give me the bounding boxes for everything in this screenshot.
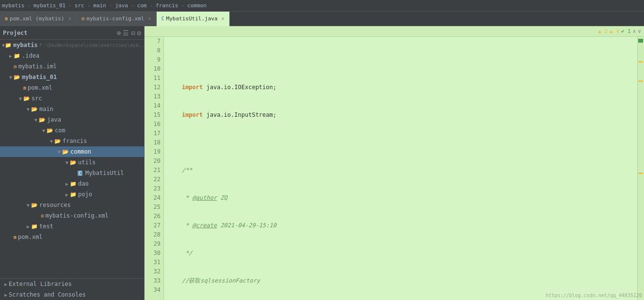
tree-root[interactable]: ▼ 📁 mybatis F:\DevWorkspace\code\exercis… xyxy=(0,40,144,50)
tree-pom-xml-01[interactable]: m pom.xml xyxy=(0,82,144,93)
nav-down-icon[interactable]: ∨ xyxy=(638,28,641,34)
xml-config-icon: ⚙ xyxy=(41,213,44,219)
tree-test[interactable]: ▶ 📁 test xyxy=(0,221,144,232)
sidebar-title: Project xyxy=(3,30,28,36)
gutter-warn2 xyxy=(638,80,643,82)
code-editor-area: ▲ 2 ▲ 4 ✔ 1 ∧ ∨ 7 8 9 10 11 12 13 14 15 … xyxy=(145,26,644,300)
breadcrumb-java[interactable]: java xyxy=(115,2,128,9)
editor-tabs: m pom.xml (mybatis) × ⚙ mybatis-config.x… xyxy=(0,12,644,26)
tree-pojo[interactable]: ▶ 📁 pojo xyxy=(0,189,144,200)
line-13: * @create 2021-04-29-15:10 xyxy=(168,221,633,230)
sidebar-tools: ⊕ ☰ ⊟ ⚙ xyxy=(117,29,141,37)
line-numbers: 7 8 9 10 11 12 13 14 15 16 17 18 19 20 2… xyxy=(145,37,164,300)
gutter-warn1 xyxy=(638,61,643,63)
sidebar-footer: ▶ External Libraries ▶ Scratches and Con… xyxy=(0,278,144,300)
line-11: /** xyxy=(168,166,633,175)
root-icon: 📁 xyxy=(5,42,12,48)
sidebar-tool-add[interactable]: ⊕ xyxy=(117,29,121,37)
tree-main[interactable]: ▼ 📂 main xyxy=(0,104,144,114)
utils-folder-icon: 📂 xyxy=(70,159,77,166)
gutter-warn3 xyxy=(638,173,643,174)
tree-resources[interactable]: ▼ 📂 resources xyxy=(0,200,144,210)
tree-dao[interactable]: ▶ 📁 dao xyxy=(0,178,144,189)
breadcrumb-src[interactable]: src xyxy=(75,2,84,9)
tree-common[interactable]: ▼ 📂 common xyxy=(0,146,144,157)
sidebar-tool-settings[interactable]: ⚙ xyxy=(137,29,141,37)
src-folder-icon: 📂 xyxy=(23,95,30,102)
main-layout: Project ⊕ ☰ ⊟ ⚙ ▼ 📁 mybatis F:\DevWorksp… xyxy=(0,26,644,300)
dao-folder-icon: 📁 xyxy=(70,181,77,187)
tree-mybatisutil[interactable]: C MybatisUtil xyxy=(0,168,144,178)
sidebar-header: Project ⊕ ☰ ⊟ ⚙ xyxy=(0,26,144,40)
breadcrumb-mybatis01[interactable]: mybatis_01 xyxy=(33,2,65,9)
tree-utils[interactable]: ▼ 📂 utils xyxy=(0,157,144,168)
tree-java[interactable]: ▼ 📂 java xyxy=(0,114,144,125)
warning-indicator: ▲ 2 xyxy=(598,28,608,34)
line-7 xyxy=(168,55,633,64)
code-editor[interactable]: 7 8 9 10 11 12 13 14 15 16 17 18 19 20 2… xyxy=(145,37,644,300)
common-folder-icon: 📂 xyxy=(62,149,69,155)
tab-mybatis-config[interactable]: ⚙ mybatis-config.xml × xyxy=(77,12,157,26)
line-12: * @author ZQ xyxy=(168,193,633,203)
tree-src[interactable]: ▼ 📂 src xyxy=(0,93,144,104)
breadcrumb-com[interactable]: com xyxy=(137,2,147,9)
line-9: import java.io.InputStream; xyxy=(168,111,633,120)
editor-indicators: ▲ 2 ▲ 4 ✔ 1 ∧ ∨ xyxy=(598,28,641,34)
tree-com[interactable]: ▼ 📂 com xyxy=(0,125,144,136)
breadcrumb-main[interactable]: main xyxy=(93,2,106,9)
tree-mybatis-iml[interactable]: m mybatis.iml xyxy=(0,61,144,72)
line-15: //获取sqlsessionFactory xyxy=(168,276,633,285)
file-tree: ▼ 📁 mybatis F:\DevWorkspace\code\exercis… xyxy=(0,40,144,278)
tab-close-pom[interactable]: × xyxy=(68,16,71,21)
project-sidebar: Project ⊕ ☰ ⊟ ⚙ ▼ 📁 mybatis F:\DevWorksp… xyxy=(0,26,145,300)
breadcrumb-mybatis[interactable]: mybatis xyxy=(2,2,24,9)
test-folder-icon: 📁 xyxy=(31,223,38,230)
xml-icon: m xyxy=(23,85,26,91)
iml-icon: m xyxy=(14,63,17,70)
external-libraries-item[interactable]: ▶ External Libraries xyxy=(0,279,144,289)
tree-francis[interactable]: ▼ 📂 francis xyxy=(0,136,144,146)
line-14: */ xyxy=(168,249,633,258)
error-indicator: ▲ 4 xyxy=(610,28,619,34)
folder-icon: 📁 xyxy=(14,53,20,59)
sidebar-tool-collapse[interactable]: ⊟ xyxy=(131,29,135,37)
gutter-ok xyxy=(638,39,643,43)
breadcrumb-common[interactable]: common xyxy=(187,2,207,9)
tab-close-util[interactable]: × xyxy=(222,16,225,21)
tab-close-config[interactable]: × xyxy=(148,16,151,21)
tab-pom-xml[interactable]: m pom.xml (mybatis) × xyxy=(0,12,77,26)
java-class-icon: C xyxy=(78,171,82,176)
line-8: import java.io.IOException; xyxy=(168,83,633,92)
java-icon: C xyxy=(161,16,164,21)
folder-open-icon: 📂 xyxy=(14,74,20,80)
scratches-consoles-item[interactable]: ▶ Scratches and Consoles xyxy=(0,289,144,300)
xml-icon: m xyxy=(5,16,8,21)
line-10 xyxy=(168,138,633,147)
ok-indicator: ✔ 1 xyxy=(621,28,631,34)
tree-mybatis-config[interactable]: ⚙ mybatis-config.xml xyxy=(0,210,144,221)
tree-idea[interactable]: ▶ 📁 .idea xyxy=(0,50,144,61)
editor-gutter xyxy=(637,37,644,300)
francis-folder-icon: 📂 xyxy=(54,138,61,144)
main-folder-icon: 📂 xyxy=(31,106,38,112)
tab-mybatis-util[interactable]: C MybatisUtil.java × xyxy=(157,12,230,26)
xml-icon2: ⚙ xyxy=(81,16,85,22)
resources-folder-icon: 📂 xyxy=(31,202,38,208)
code-lines[interactable]: import java.io.IOException; import java.… xyxy=(164,37,637,300)
tree-pom-root[interactable]: m pom.xml xyxy=(0,232,144,242)
com-folder-icon: 📂 xyxy=(47,127,53,134)
breadcrumb-francis[interactable]: francis xyxy=(156,2,178,9)
tree-mybatis01[interactable]: ▼ 📂 mybatis_01 xyxy=(0,72,144,82)
sidebar-tool-list[interactable]: ☰ xyxy=(123,29,129,37)
editor-info-bar: ▲ 2 ▲ 4 ✔ 1 ∧ ∨ xyxy=(145,26,644,37)
nav-up-icon[interactable]: ∧ xyxy=(633,28,636,34)
breadcrumb-bar: mybatis › mybatis_01 › src › main › java… xyxy=(0,0,644,12)
java-folder-icon: 📂 xyxy=(39,117,46,123)
pom-xml-icon: m xyxy=(14,235,16,240)
pojo-folder-icon: 📁 xyxy=(70,191,77,198)
